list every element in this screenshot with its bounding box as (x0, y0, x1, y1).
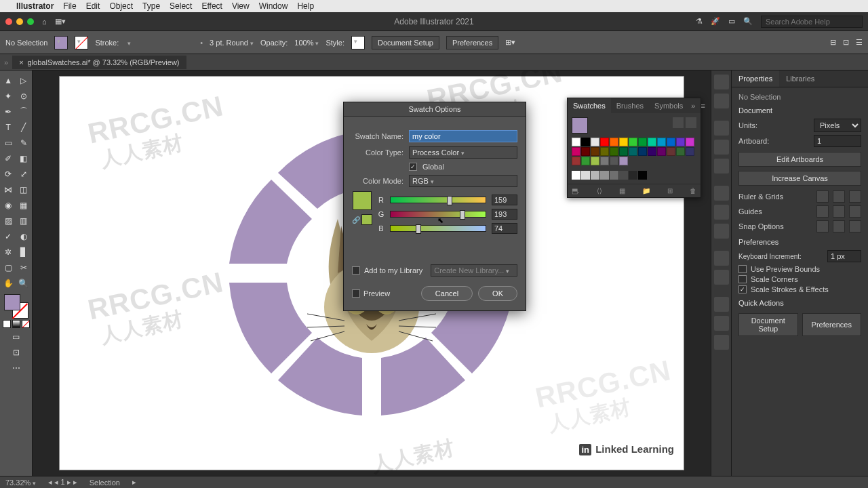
swatch-cell[interactable] (610, 147, 618, 156)
search-help-input[interactable] (761, 16, 863, 28)
tab-symbols[interactable]: Symbols (649, 98, 688, 113)
gray-swatch-cell[interactable] (591, 171, 599, 180)
guides-show-icon[interactable] (816, 205, 829, 218)
gray-swatch-cell[interactable] (610, 171, 618, 180)
swatch-cell[interactable] (591, 138, 599, 146)
draw-mode-icon[interactable]: ▭ (9, 329, 23, 344)
list-view-icon[interactable] (673, 117, 684, 128)
preferences-button[interactable]: Preferences (446, 36, 498, 49)
gradient-mode-icon[interactable] (12, 320, 20, 328)
ok-button[interactable]: OK (478, 286, 517, 301)
gray-swatch-cell[interactable] (638, 171, 647, 180)
swatch-name-input[interactable] (409, 130, 517, 142)
fill-stroke-colors[interactable] (4, 294, 28, 319)
document-setup-button[interactable]: Document Setup (372, 36, 439, 49)
screen-mode-icon[interactable]: ⊡ (9, 345, 23, 359)
gray-swatch-cell[interactable] (619, 171, 628, 180)
artboard-input[interactable] (814, 135, 861, 147)
tab-swatches[interactable]: Swatches (568, 98, 611, 113)
swatch-cell[interactable] (572, 147, 580, 156)
type-tool-icon[interactable]: T (1, 120, 16, 134)
artboard-nav[interactable]: ◂ ◂ 1 ▸ ▸ (48, 478, 77, 487)
shaper-tool-icon[interactable]: ✐ (1, 151, 16, 165)
width-tool-icon[interactable]: ⋈ (1, 182, 16, 197)
swatch-cell[interactable] (648, 147, 656, 156)
swatch-cell[interactable] (600, 147, 609, 156)
b-slider[interactable] (390, 225, 486, 232)
swatch-cell[interactable] (648, 138, 656, 146)
smart-guides-icon[interactable] (849, 205, 861, 218)
scale-tool-icon[interactable]: ⤢ (17, 167, 31, 181)
rectangle-tool-icon[interactable]: ▭ (1, 136, 16, 150)
tab-close-icon[interactable]: × (19, 58, 23, 66)
gray-swatch-cell[interactable] (600, 171, 609, 180)
b-value-input[interactable] (492, 223, 517, 234)
gpu-icon[interactable]: 🚀 (711, 17, 720, 26)
menu-type[interactable]: Type (142, 1, 160, 11)
link-color-icon[interactable]: 🔗 (352, 216, 360, 224)
swatch-cell[interactable] (619, 147, 628, 156)
cancel-button[interactable]: Cancel (421, 286, 473, 301)
swatch-cell[interactable] (686, 147, 694, 156)
swatch-cell[interactable] (657, 147, 666, 156)
grid-view-icon[interactable] (686, 117, 696, 128)
perspective-tool-icon[interactable]: ▦ (17, 198, 31, 212)
gray-swatch-cell[interactable] (572, 171, 580, 180)
menu-app[interactable]: Illustrator (16, 1, 54, 11)
swatch-cell[interactable] (667, 147, 675, 156)
swatch-show-menu-icon[interactable]: ⟨⟩ (597, 187, 602, 195)
menu-help[interactable]: Help (297, 1, 314, 11)
swatch-cell[interactable] (686, 138, 694, 146)
fill-color-icon[interactable] (4, 294, 20, 310)
share-icon[interactable]: ⚗ (696, 17, 703, 26)
swatch-cell[interactable] (591, 157, 599, 165)
swatch-cell[interactable] (591, 147, 599, 156)
menu-view[interactable]: View (232, 1, 250, 11)
brush-dropdown[interactable]: 3 pt. Round (210, 39, 254, 47)
create-library-dropdown[interactable]: Create New Library... (431, 264, 517, 277)
color-panel-icon[interactable] (714, 75, 729, 89)
panel-toggle-icon[interactable]: ⊟ (830, 38, 836, 47)
collapse-panel-icon[interactable]: » (688, 98, 698, 113)
swatch-options-icon[interactable]: ▦ (619, 187, 625, 195)
color-type-dropdown[interactable]: Process Color (409, 146, 517, 159)
search-icon[interactable]: 🔍 (743, 17, 753, 26)
brushes-panel-icon[interactable] (714, 140, 729, 155)
new-swatch-icon[interactable]: ⊞ (667, 187, 673, 195)
grayscale-row[interactable] (572, 171, 696, 180)
graph-tool-icon[interactable]: ▊ (17, 245, 31, 259)
swatch-cell[interactable] (638, 147, 647, 156)
arrange-docs-icon[interactable]: ▦▾ (55, 17, 66, 26)
tab-list-icon[interactable]: » (4, 58, 8, 66)
menu-object[interactable]: Object (109, 1, 133, 11)
appearance-panel-icon[interactable] (714, 251, 729, 266)
swatch-cell[interactable] (572, 138, 580, 146)
gradient-panel-icon[interactable] (714, 205, 729, 220)
swatch-cell[interactable] (572, 157, 580, 165)
hand-tool-icon[interactable]: ✋ (1, 276, 16, 290)
gradient-tool-icon[interactable]: ▥ (17, 214, 31, 228)
transparency-grid-icon[interactable] (849, 190, 861, 203)
color-mode-dropdown[interactable]: RGB (409, 175, 517, 187)
none-mode-icon[interactable] (22, 320, 30, 328)
fill-swatch[interactable] (54, 36, 68, 49)
symbol-sprayer-tool-icon[interactable]: ✲ (1, 245, 16, 259)
tab-properties[interactable]: Properties (732, 70, 779, 87)
menu-edit[interactable]: Edit (86, 1, 100, 11)
g-slider[interactable] (390, 211, 486, 218)
qa-document-setup-button[interactable]: Document Setup (738, 313, 798, 336)
swatch-cell[interactable] (629, 138, 637, 146)
document-tab[interactable]: × globalSwatches.ai* @ 73.32% (RGB/Previ… (12, 56, 186, 69)
increase-canvas-button[interactable]: Increase Canvas (738, 171, 861, 186)
color-guide-panel-icon[interactable] (714, 94, 729, 108)
swatch-cell[interactable] (610, 157, 618, 165)
preview-checkbox[interactable] (352, 289, 360, 298)
menu-file[interactable]: File (63, 1, 76, 11)
align-icon[interactable]: ⊞▾ (505, 38, 515, 47)
rotate-tool-icon[interactable]: ⟳ (1, 167, 16, 181)
selection-tool-icon[interactable]: ▲ (1, 73, 16, 87)
swatch-options-dialog[interactable]: Swatch Options Swatch Name: Color Type: … (343, 102, 526, 311)
units-dropdown[interactable]: Pixels (814, 119, 861, 132)
gray-swatch-cell[interactable] (629, 171, 637, 180)
swatch-grid[interactable] (572, 138, 696, 165)
